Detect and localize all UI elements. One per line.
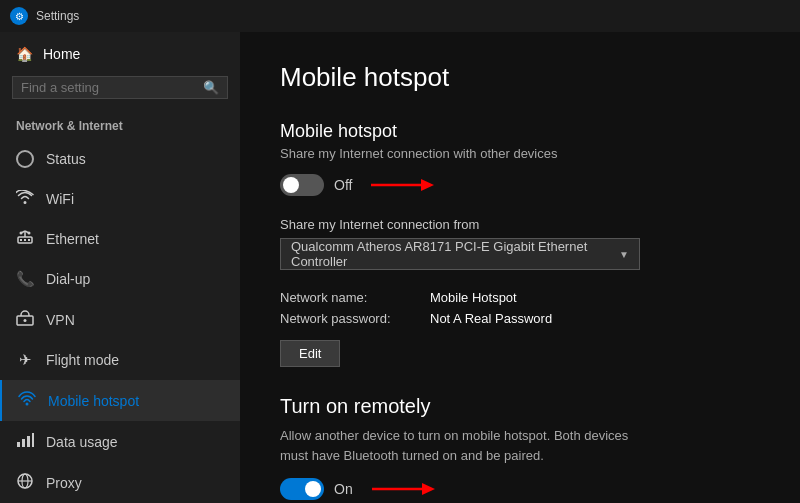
- mobilehotspot-icon: [18, 391, 36, 410]
- edit-button[interactable]: Edit: [280, 340, 340, 367]
- svg-rect-14: [27, 436, 30, 447]
- search-box[interactable]: 🔍: [12, 76, 228, 99]
- svg-rect-12: [17, 442, 20, 447]
- sidebar-item-label: Data usage: [46, 434, 118, 450]
- svg-rect-3: [28, 239, 30, 241]
- svg-marker-22: [422, 483, 435, 495]
- page-title: Mobile hotspot: [280, 62, 760, 93]
- status-icon: [16, 150, 34, 168]
- ethernet-icon: [16, 229, 34, 248]
- svg-point-11: [26, 403, 29, 406]
- hotspot-section-title: Mobile hotspot: [280, 121, 760, 142]
- content-area: Mobile hotspot Mobile hotspot Share my I…: [240, 32, 800, 503]
- network-name-value: Mobile Hotspot: [430, 290, 760, 305]
- sidebar-item-label: VPN: [46, 312, 75, 328]
- sidebar-item-vpn[interactable]: VPN: [0, 299, 240, 340]
- svg-rect-15: [32, 433, 34, 447]
- sidebar-item-status[interactable]: Status: [0, 139, 240, 179]
- dropdown-value: Qualcomm Atheros AR8171 PCI-E Gigabit Et…: [291, 239, 619, 269]
- hotspot-toggle-label: Off: [334, 177, 352, 193]
- sidebar-item-ethernet[interactable]: Ethernet: [0, 218, 240, 259]
- arrow-annotation-on: [367, 477, 437, 501]
- sidebar-item-label: Dial-up: [46, 271, 90, 287]
- hotspot-toggle-row: Off: [280, 173, 760, 197]
- remote-toggle-thumb: [305, 481, 321, 497]
- svg-marker-20: [421, 179, 434, 191]
- hotspot-toggle-thumb: [283, 177, 299, 193]
- sidebar-item-label: WiFi: [46, 191, 74, 207]
- remote-description: Allow another device to turn on mobile h…: [280, 426, 660, 465]
- vpn-icon: [16, 310, 34, 329]
- remote-toggle[interactable]: [280, 478, 324, 500]
- network-info-grid: Network name: Mobile Hotspot Network pas…: [280, 290, 760, 326]
- dialup-icon: 📞: [16, 270, 34, 288]
- share-from-dropdown[interactable]: Qualcomm Atheros AR8171 PCI-E Gigabit Et…: [280, 238, 640, 270]
- settings-icon: ⚙: [10, 7, 28, 25]
- svg-point-10: [24, 319, 27, 322]
- arrow-annotation-off: [366, 173, 436, 197]
- wifi-icon: [16, 190, 34, 207]
- sidebar-item-wifi[interactable]: WiFi: [0, 179, 240, 218]
- sidebar-item-home[interactable]: 🏠 Home: [0, 32, 240, 76]
- sidebar-item-dialup[interactable]: 📞 Dial-up: [0, 259, 240, 299]
- sidebar: 🏠 Home 🔍 Network & Internet Status: [0, 32, 240, 503]
- svg-rect-13: [22, 439, 25, 447]
- home-label: Home: [43, 46, 80, 62]
- flightmode-icon: ✈: [16, 351, 34, 369]
- sidebar-item-label: Mobile hotspot: [48, 393, 139, 409]
- svg-rect-2: [24, 239, 26, 241]
- network-name-label: Network name:: [280, 290, 420, 305]
- app-body: 🏠 Home 🔍 Network & Internet Status: [0, 32, 800, 503]
- title-bar: ⚙ Settings: [0, 0, 800, 32]
- search-icon: 🔍: [203, 80, 219, 95]
- remote-title: Turn on remotely: [280, 395, 760, 418]
- remote-toggle-label: On: [334, 481, 353, 497]
- chevron-down-icon: ▼: [619, 249, 629, 260]
- proxy-icon: [16, 473, 34, 492]
- sidebar-item-datausage[interactable]: Data usage: [0, 421, 240, 462]
- sidebar-item-label: Ethernet: [46, 231, 99, 247]
- network-password-label: Network password:: [280, 311, 420, 326]
- network-password-value: Not A Real Password: [430, 311, 760, 326]
- sidebar-item-label: Proxy: [46, 475, 82, 491]
- hotspot-toggle[interactable]: [280, 174, 324, 196]
- svg-point-7: [20, 232, 23, 235]
- sidebar-item-flightmode[interactable]: ✈ Flight mode: [0, 340, 240, 380]
- sidebar-item-mobilehotspot[interactable]: Mobile hotspot: [0, 380, 240, 421]
- home-icon: 🏠: [16, 46, 33, 62]
- sidebar-item-proxy[interactable]: Proxy: [0, 462, 240, 503]
- sidebar-section-label: Network & Internet: [0, 111, 240, 139]
- search-input[interactable]: [21, 80, 197, 95]
- svg-point-8: [28, 232, 31, 235]
- sidebar-item-label: Flight mode: [46, 352, 119, 368]
- svg-rect-1: [20, 239, 22, 241]
- remote-toggle-row: On: [280, 477, 760, 501]
- hotspot-description: Share my Internet connection with other …: [280, 146, 760, 161]
- datausage-icon: [16, 432, 34, 451]
- sidebar-item-label: Status: [46, 151, 86, 167]
- title-bar-text: Settings: [36, 9, 79, 23]
- share-from-label: Share my Internet connection from: [280, 217, 760, 232]
